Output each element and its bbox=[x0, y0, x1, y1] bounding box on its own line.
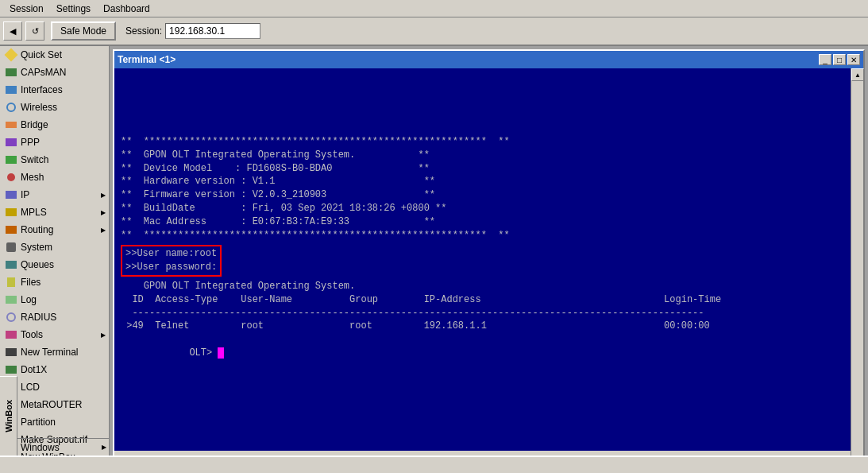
tools-icon bbox=[5, 328, 17, 341]
terminal-titlebar: Terminal <1> _ □ ✕ bbox=[114, 51, 863, 68]
sidebar-label-interfaces: Interfaces bbox=[21, 84, 63, 95]
sidebar-label-capsman: CAPsMAN bbox=[21, 67, 66, 78]
terminal-scrollbar[interactable]: ▲ ▼ bbox=[851, 68, 863, 468]
sidebar-item-mpls[interactable]: MPLS bbox=[0, 204, 109, 221]
dot1x-icon bbox=[5, 363, 17, 376]
log-icon bbox=[5, 293, 17, 306]
sidebar-label-tools: Tools bbox=[21, 329, 43, 340]
winbox-vertical-label: WinBox bbox=[4, 400, 14, 432]
sidebar-label-mesh: Mesh bbox=[21, 172, 44, 183]
sidebar-item-radius[interactable]: RADIUS bbox=[0, 308, 109, 326]
terminal-minimize-button[interactable]: _ bbox=[819, 54, 831, 65]
sidebar-label-metarouter: MetaROUTER bbox=[21, 399, 82, 410]
sidebar-label-files: Files bbox=[21, 277, 41, 288]
sidebar-item-new-terminal[interactable]: New Terminal bbox=[0, 343, 109, 361]
terminal-password-prompt: >>User password: bbox=[125, 261, 217, 274]
sidebar-label-wireless: Wireless bbox=[21, 102, 57, 113]
sidebar-item-switch[interactable]: Switch bbox=[0, 151, 109, 169]
terminal-gpon-line: GPON OLT Integrated Operating System. bbox=[121, 280, 835, 293]
session-label: Session: bbox=[125, 25, 162, 37]
radius-icon bbox=[5, 311, 17, 324]
interfaces-icon bbox=[5, 83, 17, 96]
refresh-button[interactable]: ↺ bbox=[25, 21, 44, 41]
terminal-table-header: ID Access-Type User-Name Group IP-Addres… bbox=[121, 293, 835, 307]
switch-icon bbox=[5, 153, 17, 166]
bridge-icon bbox=[5, 118, 17, 131]
sidebar-item-wireless[interactable]: Wireless bbox=[0, 99, 109, 116]
scroll-up-button[interactable]: ▲ bbox=[851, 68, 864, 81]
mpls-icon bbox=[5, 206, 17, 219]
sidebar-label-new-terminal: New Terminal bbox=[21, 347, 78, 358]
content-area: Terminal <1> _ □ ✕ ** ******************… bbox=[110, 46, 868, 473]
sidebar-label-bridge: Bridge bbox=[21, 119, 48, 130]
sidebar-item-capsman[interactable]: CAPsMAN bbox=[0, 64, 109, 81]
sidebar-label-dot1x: Dot1X bbox=[21, 364, 47, 375]
menu-session[interactable]: Session bbox=[3, 2, 50, 16]
sidebar-item-queues[interactable]: Queues bbox=[0, 256, 109, 273]
terminal-line-6: ** Mac Address : E0:67:B3:7A:E9:33 ** bbox=[121, 215, 835, 229]
terminal-content[interactable]: ** *************************************… bbox=[114, 68, 851, 451]
sidebar-label-ip: IP bbox=[21, 189, 29, 200]
sidebar-item-interfaces[interactable]: Interfaces bbox=[0, 81, 109, 99]
terminal-line-3: ** Hardware version : V1.1 ** bbox=[121, 175, 835, 188]
terminal-line-1: ** GPON OLT Integrated Operating System.… bbox=[121, 149, 835, 162]
windows-bar bbox=[0, 456, 868, 473]
toolbar: ◀ ↺ Safe Mode Session: bbox=[0, 17, 868, 46]
terminal-close-button[interactable]: ✕ bbox=[847, 54, 860, 65]
scroll-track[interactable] bbox=[851, 81, 863, 456]
terminal-window: Terminal <1> _ □ ✕ ** ******************… bbox=[113, 49, 865, 470]
terminal-controls: _ □ ✕ bbox=[819, 54, 860, 65]
menu-bar: Session Settings Dashboard bbox=[0, 0, 868, 17]
quick-set-icon bbox=[5, 48, 17, 61]
sidebar-label-radius: RADIUS bbox=[21, 312, 56, 323]
sidebar-item-mesh[interactable]: Mesh bbox=[0, 169, 109, 186]
sidebar-item-tools[interactable]: Tools bbox=[0, 326, 109, 343]
sidebar-item-system[interactable]: System bbox=[0, 238, 109, 256]
terminal-line-4: ** Firmware version : V2.0.3_210903 ** bbox=[121, 188, 835, 202]
menu-dashboard[interactable]: Dashboard bbox=[97, 2, 156, 16]
sidebar-label-mpls: MPLS bbox=[21, 207, 47, 218]
sidebar-label-partition: Partition bbox=[21, 417, 56, 428]
sidebar-label-lcd: LCD bbox=[21, 382, 40, 393]
sidebar-label-system: System bbox=[21, 242, 52, 253]
terminal-prompt-line: OLT> bbox=[121, 333, 835, 373]
sidebar-label-routing: Routing bbox=[21, 224, 53, 235]
sidebar-item-ppp[interactable]: PPP bbox=[0, 134, 109, 151]
sidebar-item-bridge[interactable]: Bridge bbox=[0, 116, 109, 134]
terminal-maximize-button[interactable]: □ bbox=[833, 54, 846, 65]
system-icon bbox=[5, 241, 17, 254]
mesh-icon bbox=[5, 171, 17, 184]
ip-icon bbox=[5, 188, 17, 201]
session-input[interactable] bbox=[165, 23, 260, 39]
sidebar-label-quick-set: Quick Set bbox=[21, 49, 62, 60]
menu-settings[interactable]: Settings bbox=[50, 2, 97, 16]
queues-icon bbox=[5, 258, 17, 271]
ppp-icon bbox=[5, 136, 17, 149]
sidebar-label-switch: Switch bbox=[21, 154, 48, 165]
sidebar-label-ppp: PPP bbox=[21, 137, 40, 148]
safe-mode-button[interactable]: Safe Mode bbox=[51, 21, 116, 41]
back-icon: ◀ bbox=[10, 26, 16, 37]
sidebar-item-files[interactable]: Files bbox=[0, 273, 109, 291]
wireless-icon bbox=[5, 101, 17, 114]
main-layout: Quick Set CAPsMAN Interfaces Wireless Br… bbox=[0, 46, 868, 473]
terminal-table-row: >49 Telnet root root 192.168.1.1 00:00:0… bbox=[121, 320, 835, 333]
capsman-icon bbox=[5, 66, 17, 79]
terminal-cursor bbox=[218, 347, 224, 359]
terminal-stars-top: ** *************************************… bbox=[121, 135, 835, 149]
sidebar-item-ip[interactable]: IP bbox=[0, 186, 109, 204]
back-button[interactable]: ◀ bbox=[3, 21, 22, 41]
sidebar-label-log: Log bbox=[21, 294, 37, 305]
winbox-label-area: WinBox bbox=[0, 376, 17, 456]
terminal-line-5: ** BuildDate : Fri, 03 Sep 2021 18:38:26… bbox=[121, 202, 835, 215]
new-terminal-icon bbox=[5, 346, 17, 359]
terminal-table-divider: ----------------------------------------… bbox=[121, 307, 835, 320]
sidebar-item-log[interactable]: Log bbox=[0, 291, 109, 308]
sidebar-item-routing[interactable]: Routing bbox=[0, 221, 109, 238]
sidebar-label-windows: Windows bbox=[21, 442, 60, 453]
sidebar-item-quick-set[interactable]: Quick Set bbox=[0, 46, 109, 64]
routing-icon bbox=[5, 223, 17, 236]
files-icon bbox=[5, 276, 17, 289]
terminal-stars-bottom: ** *************************************… bbox=[121, 229, 835, 242]
terminal-title: Terminal <1> bbox=[118, 54, 176, 65]
